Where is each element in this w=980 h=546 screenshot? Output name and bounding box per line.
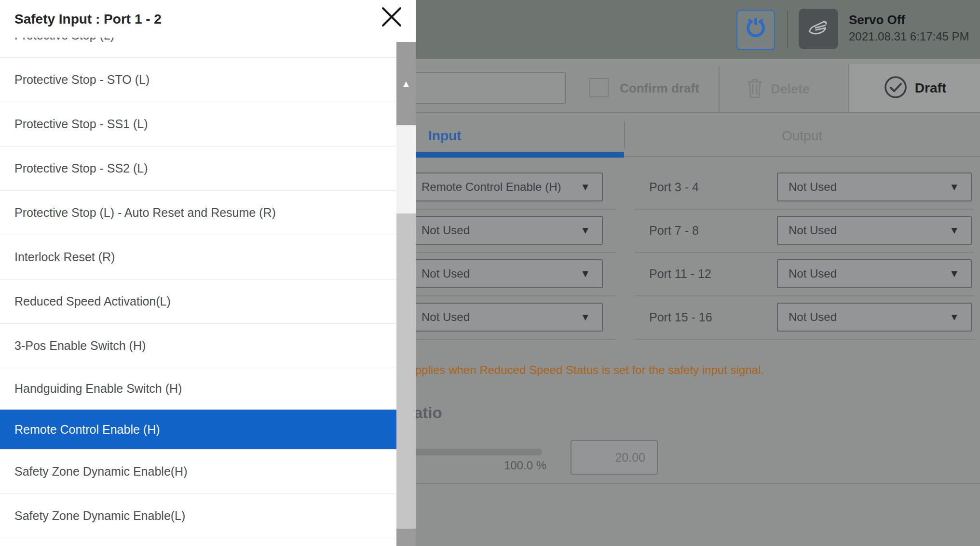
caret-down-icon: ▼ [949, 225, 971, 236]
gripper-release-button[interactable] [736, 10, 775, 50]
dropdown-value: Remote Control Enable (H) [411, 180, 580, 194]
caret-down-icon: ▼ [949, 268, 971, 280]
dialog-scrollbar[interactable]: ▲ [396, 42, 416, 546]
port-label: Port 3 - 4 [649, 173, 765, 201]
reduced-speed-ratio-heading: atio [414, 404, 442, 422]
caret-down-icon: ▼ [949, 181, 971, 193]
gripper-icon [744, 17, 767, 42]
draft-label: Draft [915, 80, 946, 96]
port-dropdown-left[interactable]: Not Used ▼ [410, 259, 603, 288]
port-dropdown-right[interactable]: Not Used ▼ [777, 303, 972, 332]
screen: Servo Off 2021.08.31 6:17:45 PM Confirm … [0, 0, 980, 546]
dropdown-value: Not Used [411, 224, 580, 237]
delete-button[interactable]: Delete [747, 67, 843, 112]
header-divider [787, 11, 788, 47]
caret-down-icon: ▼ [580, 181, 602, 193]
option-label: Safety Zone Dynamic Enable(H) [14, 465, 187, 479]
modal-option-list: Protective Stop (L) Protective Stop - ST… [0, 0, 396, 546]
dialog-list-option[interactable]: Handguiding Enable Switch (H) [0, 368, 396, 410]
row-divider [410, 339, 617, 340]
dropdown-value: Not Used [778, 267, 949, 280]
ratio-value: 20.00 [615, 451, 657, 465]
row-divider [635, 252, 974, 253]
dialog-list-option[interactable]: Protective Stop (L) - Auto Reset and Res… [0, 191, 396, 235]
dialog-list-option[interactable]: Protective Stop - SS1 (L) [0, 102, 396, 146]
dialog-list-option[interactable]: Protective Stop - STO (L) [0, 58, 396, 102]
port-dropdown-left[interactable]: Not Used ▼ [410, 303, 603, 332]
row-divider [635, 339, 974, 340]
scrollbar-thumb[interactable] [396, 213, 416, 529]
option-label: Handguiding Enable Switch (H) [14, 382, 182, 396]
option-label: Protective Stop - SS2 (L) [14, 161, 148, 175]
option-label: Reduced Speed Activation(L) [14, 294, 171, 308]
confirm-draft-label: Confirm draft [620, 81, 699, 96]
dialog-list-option[interactable]: Interlock Reset (R) [0, 235, 396, 280]
tab-output[interactable]: Output [624, 120, 980, 151]
option-label: Remote Control Enable (H) [14, 423, 160, 437]
dropdown-value: Not Used [778, 180, 949, 194]
toolbar-divider [719, 67, 720, 112]
dropdown-value: Not Used [411, 267, 580, 280]
scroll-up-button[interactable]: ▲ [396, 42, 416, 125]
port-label: Port 7 - 8 [649, 216, 765, 245]
safety-input-dialog: Protective Stop (L) Protective Stop - ST… [0, 0, 416, 546]
port-label: Port 15 - 16 [649, 303, 765, 332]
ratio-percent-label: 100.0 % [479, 459, 546, 472]
delete-label: Delete [771, 82, 810, 97]
port-dropdown-left[interactable]: Not Used ▼ [410, 216, 603, 245]
tab-baseline [624, 156, 980, 157]
scroll-up-arrow-icon: ▲ [402, 79, 411, 89]
port-dropdown-right[interactable]: Not Used ▼ [777, 259, 972, 288]
dropdown-value: Not Used [778, 224, 949, 237]
ratio-value-input[interactable]: 20.00 [571, 440, 658, 475]
caret-down-icon: ▼ [580, 225, 602, 236]
scroll-down-button[interactable] [396, 529, 416, 546]
dialog-list-option[interactable]: Remote Control Enable (H) [0, 410, 396, 450]
option-label: Protective Stop - STO (L) [14, 73, 150, 87]
servo-status: Servo Off [849, 13, 905, 27]
dialog-title: Safety Input : Port 1 - 2 [14, 6, 162, 33]
toolbar-bottom-line [338, 112, 980, 113]
caret-down-icon: ▼ [580, 311, 602, 323]
check-circle-icon [883, 75, 908, 102]
port-dropdown-right[interactable]: Not Used ▼ [777, 216, 972, 245]
row-divider [410, 209, 617, 210]
section-divider [338, 483, 980, 484]
port-dropdown-left[interactable]: Remote Control Enable (H) ▼ [410, 173, 603, 201]
option-label: Interlock Reset (R) [14, 250, 115, 264]
handguiding-hand-icon [806, 16, 830, 42]
confirm-draft-checkbox[interactable] [589, 78, 609, 97]
caret-down-icon: ▼ [949, 311, 971, 323]
option-label: Protective Stop - SS1 (L) [14, 117, 148, 131]
dialog-list-option[interactable]: 3-Pos Enable Switch (H) [0, 324, 396, 368]
port-label: Port 11 - 12 [649, 259, 765, 288]
dialog-list-option[interactable]: Safety Zone Dynamic Enable(H) [0, 450, 396, 494]
row-divider [410, 295, 617, 296]
row-divider [635, 209, 974, 210]
dialog-list-option[interactable]: Reduced Speed Activation(L) [0, 280, 396, 324]
handguiding-button[interactable] [799, 9, 838, 49]
port-dropdown-right[interactable]: Not Used ▼ [777, 173, 972, 201]
trash-icon [747, 78, 763, 101]
option-label: 3-Pos Enable Switch (H) [14, 339, 146, 353]
dropdown-value: Not Used [778, 310, 949, 324]
option-label: Safety Zone Dynamic Enable(L) [14, 509, 185, 523]
reduced-speed-notice: pplies when Reduced Speed Status is set … [415, 363, 764, 377]
dropdown-value: Not Used [411, 310, 580, 324]
caret-down-icon: ▼ [580, 268, 602, 280]
row-divider [410, 252, 617, 253]
dialog-list-option[interactable]: Safety Zone Dynamic Enable(L) [0, 494, 396, 538]
row-divider [635, 295, 974, 296]
timestamp: 2021.08.31 6:17:45 PM [849, 30, 969, 43]
dialog-list-option[interactable]: Protective Stop - SS2 (L) [0, 146, 396, 191]
close-button[interactable] [378, 4, 406, 32]
close-icon [381, 6, 403, 30]
dialog-header: Safety Input : Port 1 - 2 [0, 0, 416, 38]
draft-button[interactable]: Draft [849, 64, 980, 112]
option-label: Protective Stop (L) - Auto Reset and Res… [14, 206, 276, 220]
